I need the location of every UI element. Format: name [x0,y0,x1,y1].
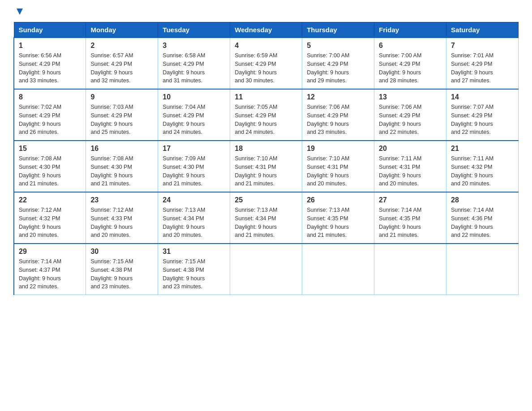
calendar-day-cell: 24 Sunrise: 7:13 AM Sunset: 4:34 PM Dayl… [158,192,230,244]
day-number: 7 [451,42,514,50]
day-of-week-header: Monday [86,22,158,38]
calendar-day-cell: 11 Sunrise: 7:05 AM Sunset: 4:29 PM Dayl… [230,89,302,141]
day-info: Sunrise: 7:06 AM Sunset: 4:29 PM Dayligh… [379,103,442,137]
calendar-day-cell [374,244,446,295]
day-info: Sunrise: 7:14 AM Sunset: 4:36 PM Dayligh… [451,206,514,240]
calendar-week-row: 29 Sunrise: 7:14 AM Sunset: 4:37 PM Dayl… [14,244,519,295]
day-info: Sunrise: 7:09 AM Sunset: 4:30 PM Dayligh… [163,154,225,188]
calendar-week-row: 1 Sunrise: 6:56 AM Sunset: 4:29 PM Dayli… [14,38,519,89]
day-number: 8 [19,93,81,101]
day-number: 26 [307,196,369,204]
day-info: Sunrise: 7:14 AM Sunset: 4:35 PM Dayligh… [379,206,442,240]
day-number: 17 [163,145,225,153]
calendar-day-cell [230,244,302,295]
day-info: Sunrise: 7:03 AM Sunset: 4:29 PM Dayligh… [90,103,153,137]
day-number: 1 [19,42,81,50]
calendar-day-cell: 13 Sunrise: 7:06 AM Sunset: 4:29 PM Dayl… [374,89,446,141]
day-info: Sunrise: 7:11 AM Sunset: 4:32 PM Dayligh… [451,154,514,188]
calendar-day-cell: 5 Sunrise: 7:00 AM Sunset: 4:29 PM Dayli… [302,38,374,89]
day-info: Sunrise: 7:02 AM Sunset: 4:29 PM Dayligh… [19,103,81,137]
day-info: Sunrise: 6:57 AM Sunset: 4:29 PM Dayligh… [90,51,153,85]
calendar-week-row: 15 Sunrise: 7:08 AM Sunset: 4:30 PM Dayl… [14,141,519,192]
calendar-table: SundayMondayTuesdayWednesdayThursdayFrid… [13,22,519,295]
calendar-day-cell: 26 Sunrise: 7:13 AM Sunset: 4:35 PM Dayl… [302,192,374,244]
day-of-week-header: Wednesday [230,22,302,38]
day-number: 16 [90,145,153,153]
calendar-day-cell: 12 Sunrise: 7:06 AM Sunset: 4:29 PM Dayl… [302,89,374,141]
day-of-week-header: Friday [374,22,446,38]
logo-arrow-icon [15,7,25,17]
calendar-day-cell: 23 Sunrise: 7:12 AM Sunset: 4:33 PM Dayl… [86,192,158,244]
day-info: Sunrise: 7:00 AM Sunset: 4:29 PM Dayligh… [307,51,369,85]
day-info: Sunrise: 7:15 AM Sunset: 4:38 PM Dayligh… [163,257,225,291]
calendar-header-row: SundayMondayTuesdayWednesdayThursdayFrid… [14,22,519,38]
day-number: 22 [19,196,81,204]
calendar-day-cell: 9 Sunrise: 7:03 AM Sunset: 4:29 PM Dayli… [86,89,158,141]
calendar-day-cell: 20 Sunrise: 7:11 AM Sunset: 4:31 PM Dayl… [374,141,446,192]
day-info: Sunrise: 7:08 AM Sunset: 4:30 PM Dayligh… [90,154,153,188]
calendar-day-cell: 27 Sunrise: 7:14 AM Sunset: 4:35 PM Dayl… [374,192,446,244]
calendar-day-cell: 10 Sunrise: 7:04 AM Sunset: 4:29 PM Dayl… [158,89,230,141]
day-number: 28 [451,196,514,204]
calendar-day-cell: 21 Sunrise: 7:11 AM Sunset: 4:32 PM Dayl… [446,141,519,192]
day-number: 6 [379,42,442,50]
day-info: Sunrise: 7:11 AM Sunset: 4:31 PM Dayligh… [379,154,442,188]
calendar-day-cell: 3 Sunrise: 6:58 AM Sunset: 4:29 PM Dayli… [158,38,230,89]
calendar-day-cell: 28 Sunrise: 7:14 AM Sunset: 4:36 PM Dayl… [446,192,519,244]
day-info: Sunrise: 7:04 AM Sunset: 4:29 PM Dayligh… [163,103,225,137]
day-info: Sunrise: 7:01 AM Sunset: 4:29 PM Dayligh… [451,51,514,85]
day-info: Sunrise: 7:14 AM Sunset: 4:37 PM Dayligh… [19,257,81,291]
calendar-day-cell: 15 Sunrise: 7:08 AM Sunset: 4:30 PM Dayl… [14,141,86,192]
calendar-day-cell: 22 Sunrise: 7:12 AM Sunset: 4:32 PM Dayl… [14,192,86,244]
day-number: 31 [163,248,225,256]
day-number: 18 [235,145,297,153]
page-header [13,9,519,14]
day-number: 25 [235,196,297,204]
calendar-day-cell: 18 Sunrise: 7:10 AM Sunset: 4:31 PM Dayl… [230,141,302,192]
calendar-day-cell [302,244,374,295]
calendar-day-cell: 29 Sunrise: 7:14 AM Sunset: 4:37 PM Dayl… [14,244,86,295]
day-number: 24 [163,196,225,204]
day-number: 15 [19,145,81,153]
day-number: 29 [19,248,81,256]
day-of-week-header: Sunday [14,22,86,38]
day-number: 13 [379,93,442,101]
day-number: 4 [235,42,297,50]
day-number: 23 [90,196,153,204]
day-of-week-header: Thursday [302,22,374,38]
calendar-week-row: 22 Sunrise: 7:12 AM Sunset: 4:32 PM Dayl… [14,192,519,244]
calendar-day-cell: 8 Sunrise: 7:02 AM Sunset: 4:29 PM Dayli… [14,89,86,141]
day-info: Sunrise: 7:06 AM Sunset: 4:29 PM Dayligh… [307,103,369,137]
day-of-week-header: Saturday [446,22,519,38]
day-number: 3 [163,42,225,50]
day-info: Sunrise: 7:13 AM Sunset: 4:35 PM Dayligh… [307,206,369,240]
calendar-day-cell: 25 Sunrise: 7:13 AM Sunset: 4:34 PM Dayl… [230,192,302,244]
calendar-day-cell: 1 Sunrise: 6:56 AM Sunset: 4:29 PM Dayli… [14,38,86,89]
day-of-week-header: Tuesday [158,22,230,38]
calendar-day-cell: 2 Sunrise: 6:57 AM Sunset: 4:29 PM Dayli… [86,38,158,89]
day-info: Sunrise: 7:10 AM Sunset: 4:31 PM Dayligh… [307,154,369,188]
day-number: 11 [235,93,297,101]
day-info: Sunrise: 6:58 AM Sunset: 4:29 PM Dayligh… [163,51,225,85]
calendar-day-cell: 7 Sunrise: 7:01 AM Sunset: 4:29 PM Dayli… [446,38,519,89]
calendar-day-cell: 17 Sunrise: 7:09 AM Sunset: 4:30 PM Dayl… [158,141,230,192]
day-number: 12 [307,93,369,101]
day-info: Sunrise: 7:10 AM Sunset: 4:31 PM Dayligh… [235,154,297,188]
calendar-day-cell: 19 Sunrise: 7:10 AM Sunset: 4:31 PM Dayl… [302,141,374,192]
day-number: 21 [451,145,514,153]
day-number: 27 [379,196,442,204]
day-number: 2 [90,42,153,50]
day-number: 19 [307,145,369,153]
calendar-day-cell: 4 Sunrise: 6:59 AM Sunset: 4:29 PM Dayli… [230,38,302,89]
day-info: Sunrise: 6:56 AM Sunset: 4:29 PM Dayligh… [19,51,81,85]
day-number: 14 [451,93,514,101]
calendar-day-cell: 31 Sunrise: 7:15 AM Sunset: 4:38 PM Dayl… [158,244,230,295]
day-number: 5 [307,42,369,50]
logo [13,9,25,14]
day-info: Sunrise: 7:13 AM Sunset: 4:34 PM Dayligh… [163,206,225,240]
day-info: Sunrise: 7:13 AM Sunset: 4:34 PM Dayligh… [235,206,297,240]
calendar-day-cell: 6 Sunrise: 7:00 AM Sunset: 4:29 PM Dayli… [374,38,446,89]
day-info: Sunrise: 7:07 AM Sunset: 4:29 PM Dayligh… [451,103,514,137]
day-number: 30 [90,248,153,256]
day-number: 10 [163,93,225,101]
